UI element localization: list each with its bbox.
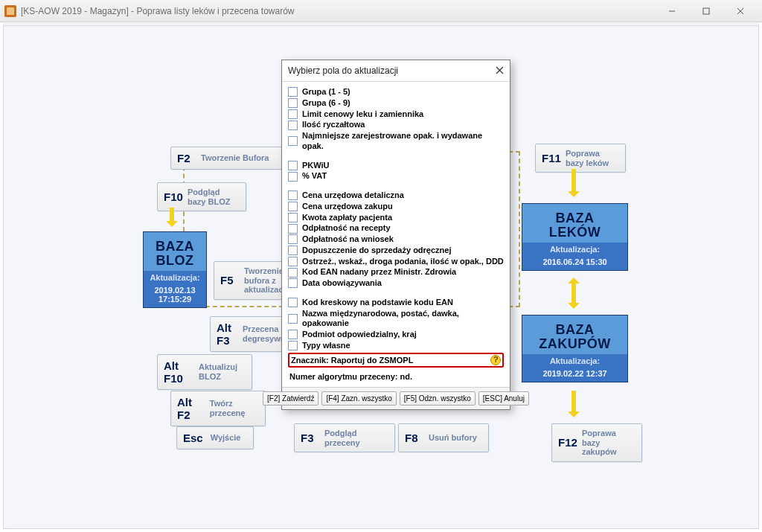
checkbox-label: Typy własne	[302, 341, 350, 351]
minimize-button[interactable]	[655, 0, 689, 22]
shortcut-label: Podgląd przeceny	[324, 429, 388, 447]
dialog-update-fields: Wybierz pola do aktualizacji Grupa (1 - …	[281, 60, 510, 410]
arrow-icon	[572, 282, 576, 304]
shortcut-label: Aktualizuj BLOZ	[199, 362, 246, 381]
shortcut-key: Esc	[183, 432, 203, 444]
arrow-icon	[170, 208, 174, 222]
shortcut-key: F5	[220, 274, 237, 286]
node-baza-lekow: BAZALEKÓW Aktualizacja: 2016.06.24 15:30	[522, 203, 628, 271]
help-icon[interactable]	[490, 355, 501, 365]
checkbox-row[interactable]: Podmiot odpowiedzialny, kraj	[288, 330, 504, 340]
node-baza-zakupow: BAZAZAKUPÓW Aktualizacja: 2019.02.22 12:…	[522, 315, 628, 382]
checkbox-row[interactable]: Najmniejsze zarejestrowane opak. i wydaw…	[288, 131, 504, 152]
checkbox-label: Znacznik: Raportuj do ZSMOPL	[291, 356, 413, 365]
checkbox-label: Najmniejsze zarejestrowane opak. i wydaw…	[302, 131, 504, 152]
checkbox-label: Cena urzędowa zakupu	[302, 202, 393, 212]
checkbox-icon	[288, 246, 298, 255]
checkbox-row[interactable]: Typy własne	[288, 341, 504, 351]
checkbox-label: Limit cenowy leku i zamiennika	[302, 109, 423, 120]
shortcut-f2[interactable]: F2 Tworzenie Bufora	[170, 147, 282, 170]
checkbox-row[interactable]: Ilość ryczałtowa	[288, 120, 504, 130]
checkbox-label: Ilość ryczałtowa	[302, 120, 365, 130]
checkbox-row[interactable]: Cena urzędowa detaliczna	[288, 190, 504, 201]
checkbox-label: PKWiU	[302, 161, 330, 171]
close-button[interactable]	[723, 0, 758, 22]
checkbox-label: Kod EAN nadany przez Ministr. Zdrowia	[302, 267, 456, 278]
checkbox-label: Ostrzeż., wskaź., droga podania, ilość w…	[302, 257, 504, 267]
checkbox-row[interactable]: Grupa (1 - 5)	[288, 87, 504, 97]
shortcut-label: Tworzenie Bufora	[201, 153, 269, 163]
node-baza-bloz: BAZABLOZ Aktualizacja: 2019.02.13 17:15:…	[143, 231, 207, 308]
checkbox-row[interactable]: Odpłatność na wniosek	[288, 234, 504, 245]
checkbox-row[interactable]: Odpłatność na recepty	[288, 223, 504, 234]
checkbox-row[interactable]: Grupa (6 - 9)	[288, 98, 504, 109]
svg-rect-1	[703, 8, 709, 14]
node-subtitle: Aktualizacja:	[522, 243, 627, 256]
checkbox-row[interactable]: Kod kreskowy na podstawie kodu EAN	[288, 298, 504, 308]
shortcut-key: F8	[405, 432, 421, 444]
checkbox-icon	[288, 190, 298, 200]
node-title: BAZABLOZ	[144, 232, 206, 271]
dialog-cancel-button[interactable]: [ESC] Anuluj	[478, 391, 529, 406]
checkbox-row[interactable]: Ostrzeż., wskaź., droga podania, ilość w…	[288, 257, 504, 267]
node-date: 2019.02.22 12:37	[522, 368, 627, 382]
window-title: [KS-AOW 2019 - Magazyn] - Poprawa listy …	[21, 6, 655, 16]
checkbox-row[interactable]: Cena urzędowa zakupu	[288, 202, 504, 212]
checkbox-label: Odpłatność na recepty	[302, 223, 391, 234]
checkbox-row[interactable]: Nazwa międzynarodowa, postać, dawka, opa…	[288, 309, 504, 330]
checkbox-icon	[288, 121, 298, 130]
checkbox-label: Grupa (1 - 5)	[302, 87, 350, 97]
checkbox-row[interactable]: Kod EAN nadany przez Ministr. Zdrowia	[288, 267, 504, 278]
shortcut-key: F3	[301, 432, 317, 444]
checkbox-label: % VAT	[302, 171, 327, 182]
shortcut-f8[interactable]: F8 Usuń bufory	[398, 423, 489, 452]
checkbox-label: Nazwa międzynarodowa, postać, dawka, opa…	[302, 309, 504, 330]
checkbox-row[interactable]: Limit cenowy leku i zamiennika	[288, 109, 504, 120]
shortcut-label: Usuń bufory	[429, 433, 477, 443]
checkbox-row[interactable]: Data obowiązywania	[288, 278, 504, 289]
checkbox-icon	[288, 98, 298, 108]
shortcut-altf10[interactable]: Alt F10 Aktualizuj BLOZ	[157, 354, 252, 390]
checkbox-icon	[288, 136, 298, 146]
checkbox-label: Odpłatność na wniosek	[302, 234, 394, 245]
checkbox-row-highlighted[interactable]: Znacznik: Raportuj do ZSMOPL	[288, 353, 504, 368]
checkbox-row[interactable]: Dopuszczenie do sprzedaży odręcznej	[288, 246, 504, 256]
node-title: BAZAZAKUPÓW	[522, 315, 627, 354]
checkbox-icon	[288, 213, 298, 222]
checkbox-icon	[288, 234, 298, 244]
checkbox-label: Cena urzędowa detaliczna	[302, 190, 404, 201]
shortcut-f12[interactable]: F12 Poprawa bazy zakupów	[551, 423, 642, 462]
shortcut-f3[interactable]: F3 Podgląd przeceny	[294, 423, 395, 452]
shortcut-altf2[interactable]: Alt F2 Twórz przecenę	[170, 391, 266, 426]
shortcut-key: Alt F10	[164, 359, 191, 385]
dialog-close-button[interactable]	[496, 65, 504, 77]
checkbox-row[interactable]: % VAT	[288, 171, 504, 182]
node-subtitle: Aktualizacja:	[522, 354, 627, 368]
checkbox-label: Kod kreskowy na podstawie kodu EAN	[302, 298, 453, 308]
maximize-button[interactable]	[689, 0, 723, 22]
dialog-confirm-button[interactable]: [F2] Zatwierdź	[263, 391, 318, 406]
checkbox-label: Data obowiązywania	[302, 278, 382, 289]
checkbox-icon	[288, 314, 298, 324]
checkbox-row[interactable]: PKWiU	[288, 161, 504, 171]
dialog-checkall-button[interactable]: [F4] Zazn. wszystko	[321, 391, 396, 406]
shortcut-key: Alt F2	[177, 396, 202, 421]
shortcut-key: F11	[542, 152, 558, 164]
shortcut-key: F10	[164, 190, 180, 203]
arrow-icon	[572, 169, 576, 193]
checkbox-icon	[288, 161, 298, 170]
checkbox-icon	[288, 268, 298, 278]
shortcut-label: Twórz przecenę	[210, 399, 259, 417]
dialog-uncheckall-button[interactable]: [F5] Odzn. wszystko	[400, 391, 476, 406]
shortcut-esc[interactable]: Esc Wyjście	[176, 426, 254, 449]
shortcut-label: Poprawa bazy leków	[566, 149, 619, 167]
shortcut-f11[interactable]: F11 Poprawa bazy leków	[535, 144, 626, 173]
checkbox-icon	[288, 202, 298, 211]
checkbox-icon	[288, 341, 298, 350]
arrow-icon	[572, 391, 576, 413]
algorithm-line: Numer algorytmu przeceny: nd.	[289, 372, 504, 381]
checkbox-row[interactable]: Kwota zapłaty pacjenta	[288, 213, 504, 223]
node-subtitle: Aktualizacja:	[144, 271, 206, 284]
app-icon	[4, 5, 16, 17]
checkbox-label: Podmiot odpowiedzialny, kraj	[302, 330, 417, 340]
